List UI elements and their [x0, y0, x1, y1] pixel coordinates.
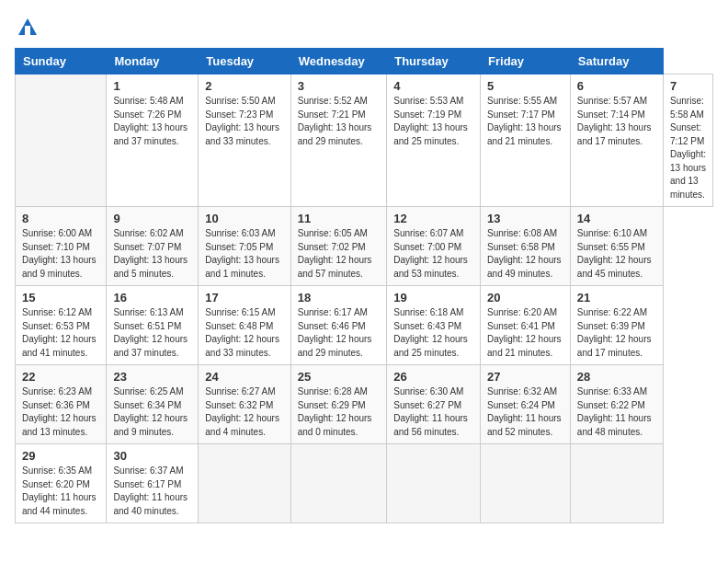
calendar-cell: 12 Sunrise: 6:07 AM Sunset: 7:00 PM Dayl…	[387, 207, 481, 286]
page-header	[15, 15, 713, 40]
day-number: 6	[577, 79, 656, 93]
day-number: 12	[393, 212, 473, 225]
day-info: Sunrise: 6:25 AM Sunset: 6:34 PM Dayligh…	[113, 385, 191, 439]
calendar-cell: 19 Sunrise: 6:18 AM Sunset: 6:43 PM Dayl…	[387, 286, 481, 365]
calendar-cell: 16 Sunrise: 6:13 AM Sunset: 6:51 PM Dayl…	[107, 286, 199, 365]
calendar-table: SundayMondayTuesdayWednesdayThursdayFrid…	[15, 48, 713, 523]
day-info: Sunrise: 5:50 AM Sunset: 7:23 PM Dayligh…	[205, 95, 283, 148]
day-number: 5	[487, 79, 563, 93]
day-info: Sunrise: 6:02 AM Sunset: 7:07 PM Dayligh…	[113, 227, 191, 281]
day-number: 24	[205, 370, 283, 384]
day-number: 29	[22, 449, 99, 463]
calendar-cell: 9 Sunrise: 6:02 AM Sunset: 7:07 PM Dayli…	[107, 207, 199, 286]
day-number: 21	[577, 291, 656, 304]
calendar-cell: 24 Sunrise: 6:27 AM Sunset: 6:32 PM Dayl…	[199, 365, 290, 444]
day-number: 10	[205, 212, 283, 225]
day-info: Sunrise: 6:27 AM Sunset: 6:32 PM Dayligh…	[205, 385, 283, 439]
calendar-cell: 7 Sunrise: 5:58 AM Sunset: 7:12 PM Dayli…	[664, 75, 713, 207]
calendar-cell	[387, 444, 481, 523]
day-number: 30	[113, 449, 191, 463]
day-info: Sunrise: 6:03 AM Sunset: 7:05 PM Dayligh…	[205, 227, 283, 281]
calendar-cell: 8 Sunrise: 6:00 AM Sunset: 7:10 PM Dayli…	[16, 207, 107, 286]
day-info: Sunrise: 6:35 AM Sunset: 6:20 PM Dayligh…	[22, 465, 99, 518]
calendar-cell: 2 Sunrise: 5:50 AM Sunset: 7:23 PM Dayli…	[199, 75, 290, 207]
calendar-cell: 10 Sunrise: 6:03 AM Sunset: 7:05 PM Dayl…	[199, 207, 290, 286]
day-number: 22	[22, 370, 99, 384]
calendar-cell: 22 Sunrise: 6:23 AM Sunset: 6:36 PM Dayl…	[16, 365, 107, 444]
weekday-header-monday: Monday	[107, 49, 199, 75]
day-info: Sunrise: 6:30 AM Sunset: 6:27 PM Dayligh…	[393, 385, 473, 439]
calendar-cell: 21 Sunrise: 6:22 AM Sunset: 6:39 PM Dayl…	[570, 286, 663, 365]
svg-rect-1	[25, 26, 30, 35]
calendar-cell: 17 Sunrise: 6:15 AM Sunset: 6:48 PM Dayl…	[199, 286, 290, 365]
day-number: 17	[205, 291, 283, 304]
calendar-cell	[570, 444, 663, 523]
day-info: Sunrise: 6:15 AM Sunset: 6:48 PM Dayligh…	[205, 306, 283, 360]
calendar-cell: 15 Sunrise: 6:12 AM Sunset: 6:53 PM Dayl…	[16, 286, 107, 365]
day-info: Sunrise: 6:23 AM Sunset: 6:36 PM Dayligh…	[22, 385, 99, 439]
day-number: 28	[577, 370, 656, 384]
day-number: 2	[205, 79, 283, 93]
day-number: 18	[298, 291, 381, 304]
calendar-cell: 6 Sunrise: 5:57 AM Sunset: 7:14 PM Dayli…	[570, 75, 663, 207]
day-number: 4	[393, 79, 473, 93]
day-info: Sunrise: 6:37 AM Sunset: 6:17 PM Dayligh…	[113, 465, 191, 518]
day-number: 3	[298, 79, 381, 93]
day-info: Sunrise: 6:10 AM Sunset: 6:55 PM Dayligh…	[577, 227, 656, 281]
day-number: 1	[113, 79, 191, 93]
calendar-cell: 26 Sunrise: 6:30 AM Sunset: 6:27 PM Dayl…	[387, 365, 481, 444]
calendar-cell	[16, 75, 107, 207]
calendar-cell	[199, 444, 290, 523]
calendar-cell: 25 Sunrise: 6:28 AM Sunset: 6:29 PM Dayl…	[290, 365, 387, 444]
day-number: 16	[113, 291, 191, 304]
day-info: Sunrise: 5:52 AM Sunset: 7:21 PM Dayligh…	[298, 95, 381, 148]
day-number: 19	[393, 291, 473, 304]
logo-icon	[15, 15, 40, 40]
day-info: Sunrise: 6:28 AM Sunset: 6:29 PM Dayligh…	[298, 385, 381, 439]
calendar-cell: 5 Sunrise: 5:55 AM Sunset: 7:17 PM Dayli…	[481, 75, 571, 207]
calendar-cell: 20 Sunrise: 6:20 AM Sunset: 6:41 PM Dayl…	[481, 286, 571, 365]
calendar-cell: 3 Sunrise: 5:52 AM Sunset: 7:21 PM Dayli…	[290, 75, 387, 207]
day-number: 26	[393, 370, 473, 384]
calendar-cell: 28 Sunrise: 6:33 AM Sunset: 6:22 PM Dayl…	[570, 365, 663, 444]
day-number: 13	[487, 212, 563, 225]
day-info: Sunrise: 6:22 AM Sunset: 6:39 PM Dayligh…	[577, 306, 656, 360]
day-info: Sunrise: 6:32 AM Sunset: 6:24 PM Dayligh…	[487, 385, 563, 439]
day-number: 15	[22, 291, 99, 304]
calendar-cell: 13 Sunrise: 6:08 AM Sunset: 6:58 PM Dayl…	[481, 207, 571, 286]
day-info: Sunrise: 6:20 AM Sunset: 6:41 PM Dayligh…	[487, 306, 563, 360]
calendar-cell	[481, 444, 571, 523]
day-info: Sunrise: 6:08 AM Sunset: 6:58 PM Dayligh…	[487, 227, 563, 281]
day-info: Sunrise: 6:07 AM Sunset: 7:00 PM Dayligh…	[393, 227, 473, 281]
weekday-header-tuesday: Tuesday	[199, 49, 290, 75]
day-number: 8	[22, 212, 99, 225]
day-info: Sunrise: 5:48 AM Sunset: 7:26 PM Dayligh…	[113, 95, 191, 148]
calendar-cell: 18 Sunrise: 6:17 AM Sunset: 6:46 PM Dayl…	[290, 286, 387, 365]
weekday-header-wednesday: Wednesday	[290, 49, 387, 75]
day-number: 14	[577, 212, 656, 225]
day-number: 9	[113, 212, 191, 225]
day-number: 27	[487, 370, 563, 384]
day-info: Sunrise: 5:57 AM Sunset: 7:14 PM Dayligh…	[577, 95, 656, 148]
calendar-cell: 27 Sunrise: 6:32 AM Sunset: 6:24 PM Dayl…	[481, 365, 571, 444]
day-info: Sunrise: 6:00 AM Sunset: 7:10 PM Dayligh…	[22, 227, 99, 281]
day-number: 11	[298, 212, 381, 225]
day-info: Sunrise: 6:12 AM Sunset: 6:53 PM Dayligh…	[22, 306, 99, 360]
calendar-cell: 11 Sunrise: 6:05 AM Sunset: 7:02 PM Dayl…	[290, 207, 387, 286]
calendar-cell: 1 Sunrise: 5:48 AM Sunset: 7:26 PM Dayli…	[107, 75, 199, 207]
day-info: Sunrise: 5:53 AM Sunset: 7:19 PM Dayligh…	[393, 95, 473, 148]
calendar-cell	[290, 444, 387, 523]
calendar-cell: 30 Sunrise: 6:37 AM Sunset: 6:17 PM Dayl…	[107, 444, 199, 523]
calendar-cell: 29 Sunrise: 6:35 AM Sunset: 6:20 PM Dayl…	[16, 444, 107, 523]
calendar-cell: 4 Sunrise: 5:53 AM Sunset: 7:19 PM Dayli…	[387, 75, 481, 207]
day-info: Sunrise: 5:58 AM Sunset: 7:12 PM Dayligh…	[670, 95, 706, 201]
day-info: Sunrise: 6:18 AM Sunset: 6:43 PM Dayligh…	[393, 306, 473, 360]
day-info: Sunrise: 6:05 AM Sunset: 7:02 PM Dayligh…	[298, 227, 381, 281]
weekday-header-friday: Friday	[481, 49, 571, 75]
weekday-header-thursday: Thursday	[387, 49, 481, 75]
day-info: Sunrise: 6:17 AM Sunset: 6:46 PM Dayligh…	[298, 306, 381, 360]
day-info: Sunrise: 6:33 AM Sunset: 6:22 PM Dayligh…	[577, 385, 656, 439]
day-number: 23	[113, 370, 191, 384]
day-info: Sunrise: 6:13 AM Sunset: 6:51 PM Dayligh…	[113, 306, 191, 360]
calendar-cell: 23 Sunrise: 6:25 AM Sunset: 6:34 PM Dayl…	[107, 365, 199, 444]
